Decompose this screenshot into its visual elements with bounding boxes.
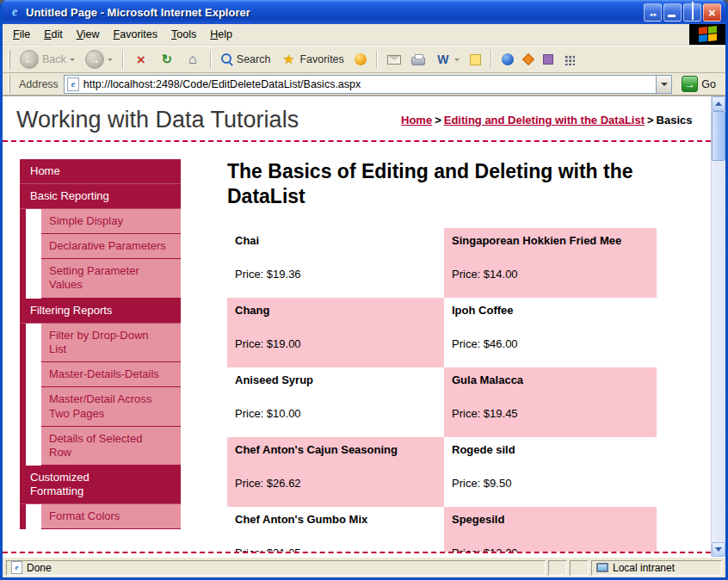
word-dropdown-icon — [454, 59, 460, 61]
address-bar: Address Go — [3, 73, 725, 96]
toolbar-grip[interactable] — [8, 50, 10, 69]
msn-button[interactable] — [539, 52, 558, 66]
breadcrumb-link-section[interactable]: Editing and Deleting with the DataList — [444, 114, 645, 126]
mail-button[interactable] — [383, 53, 405, 66]
menu-bar: File Edit View Favorites Tools Help — [3, 24, 725, 46]
product-name: Spegesild — [452, 513, 649, 526]
product-price: Price: $19.00 — [235, 337, 436, 350]
product-cell: Singaporean Hokkien Fried Mee Price: $14… — [444, 228, 657, 298]
breadcrumb-current: Basics — [657, 114, 693, 126]
msn-icon — [543, 54, 553, 65]
sidebar-item-details-of-selected-row[interactable]: Details of Selected Row — [41, 427, 181, 466]
product-name: Rogede sild — [452, 443, 649, 456]
minimize-button[interactable] — [663, 3, 682, 22]
page-header: Working with Data Tutorials Home>Editing… — [3, 96, 711, 140]
product-price: Price: $14.00 — [452, 268, 649, 281]
address-dropdown-button[interactable] — [656, 76, 671, 93]
media-button[interactable] — [350, 52, 371, 67]
menu-tools[interactable]: Tools — [164, 25, 203, 44]
go-label: Go — [701, 78, 716, 90]
breadcrumb-link-home[interactable]: Home — [401, 114, 432, 126]
stop-button[interactable] — [129, 50, 153, 69]
status-text: Done — [27, 562, 52, 574]
triangle-down-icon — [715, 547, 722, 552]
window-title: Untitled Page - Microsoft Internet Explo… — [26, 6, 639, 19]
sidebar-item-declarative-parameters[interactable]: Declarative Parameters — [41, 234, 181, 259]
scroll-up-button[interactable] — [712, 96, 725, 111]
sidebar-item-master-details-details[interactable]: Master-Details-Details — [41, 362, 181, 387]
site-title: Working with Data Tutorials — [16, 107, 401, 133]
print-button[interactable] — [407, 52, 429, 67]
arrows-icon — [649, 4, 657, 20]
refresh-icon — [159, 52, 175, 67]
forward-icon — [85, 50, 104, 69]
sidebar-item-customized-formatting[interactable]: Customized Formatting — [20, 466, 181, 504]
sidebar-item-setting-parameter-values[interactable]: Setting Parameter Values — [41, 259, 181, 299]
status-pane-main: Done — [6, 560, 546, 576]
product-name: Chai — [235, 234, 436, 247]
menu-help[interactable]: Help — [203, 25, 239, 44]
browser-window: Untitled Page - Microsoft Internet Explo… — [0, 0, 728, 580]
menu-file[interactable]: File — [6, 25, 37, 44]
scrollbar-track[interactable] — [712, 111, 725, 542]
menu-view[interactable]: View — [70, 25, 107, 44]
stop-icon — [133, 52, 149, 67]
status-bar: Done Local intranet — [3, 557, 725, 577]
vertical-scrollbar[interactable] — [711, 96, 725, 557]
sidebar-item-filtering-reports[interactable]: Filtering Reports — [20, 299, 181, 324]
maximize-button[interactable] — [683, 3, 701, 22]
toolbar-separator — [490, 50, 492, 69]
product-name: Gula Malacca — [452, 373, 649, 386]
product-price: Price: $9.50 — [452, 477, 649, 490]
go-button[interactable]: Go — [677, 76, 720, 92]
favorites-star-icon — [281, 52, 296, 67]
main-content: The Basics of Editing and Deleting with … — [227, 159, 668, 557]
messenger-button[interactable] — [497, 52, 518, 67]
scroll-down-button[interactable] — [712, 542, 725, 557]
discuss-button[interactable] — [466, 52, 485, 67]
title-bar: Untitled Page - Microsoft Internet Explo… — [3, 0, 725, 24]
product-name: Chang — [235, 304, 436, 317]
standard-toolbar: Back Search Favorites — [3, 46, 725, 73]
refresh-button[interactable] — [155, 50, 179, 69]
page-icon — [67, 77, 79, 91]
edit-with-word-button[interactable] — [431, 50, 464, 69]
triangle-up-icon — [715, 102, 722, 106]
sidebar-item-simple-display[interactable]: Simple Display — [41, 209, 181, 234]
address-label: Address — [19, 78, 59, 90]
research-button[interactable] — [520, 53, 537, 65]
menu-favorites[interactable]: Favorites — [107, 25, 164, 44]
search-icon — [221, 53, 233, 65]
sidebar-item-format-colors[interactable]: Format Colors — [41, 504, 181, 529]
product-cell: Gula Malacca Price: $19.45 — [444, 367, 657, 437]
sidebar-item-filter-by-dropdown-list[interactable]: Filter by Drop-Down List — [41, 324, 181, 363]
home-button[interactable] — [181, 50, 205, 69]
web-page: Working with Data Tutorials Home>Editing… — [3, 96, 711, 557]
product-cell: Rogede sild Price: $9.50 — [444, 437, 657, 507]
breadcrumb-separator: > — [645, 114, 657, 126]
ie-logo-icon[interactable] — [8, 5, 22, 19]
address-field[interactable] — [64, 75, 672, 94]
close-button[interactable] — [703, 3, 721, 22]
mail-icon — [387, 55, 401, 65]
forward-button[interactable] — [81, 48, 117, 71]
product-name: Chef Anton's Cajun Seasoning — [235, 443, 436, 456]
search-label: Search — [237, 53, 271, 65]
addressbar-grip[interactable] — [8, 75, 10, 94]
favorites-button[interactable]: Favorites — [276, 50, 348, 69]
sidebar-item-basic-reporting[interactable]: Basic Reporting — [20, 184, 181, 209]
sidebar-item-master-detail-two-pages[interactable]: Master/Detail Across Two Pages — [41, 387, 181, 427]
back-button[interactable]: Back — [15, 48, 79, 71]
page-body: Home Basic Reporting Simple Display Decl… — [3, 142, 711, 557]
toolbar-grid-button[interactable] — [559, 52, 579, 67]
maximize-icon — [692, 4, 694, 20]
menu-edit[interactable]: Edit — [37, 25, 70, 44]
window-arrows-button[interactable] — [644, 3, 662, 22]
sidebar-item-home[interactable]: Home — [20, 159, 181, 184]
search-button[interactable]: Search — [217, 52, 275, 67]
product-price: Price: $10.00 — [235, 407, 436, 420]
status-pane-empty — [570, 560, 589, 576]
scrollbar-thumb[interactable] — [712, 111, 725, 161]
address-input[interactable] — [79, 78, 656, 90]
toolbar-separator — [210, 50, 212, 69]
